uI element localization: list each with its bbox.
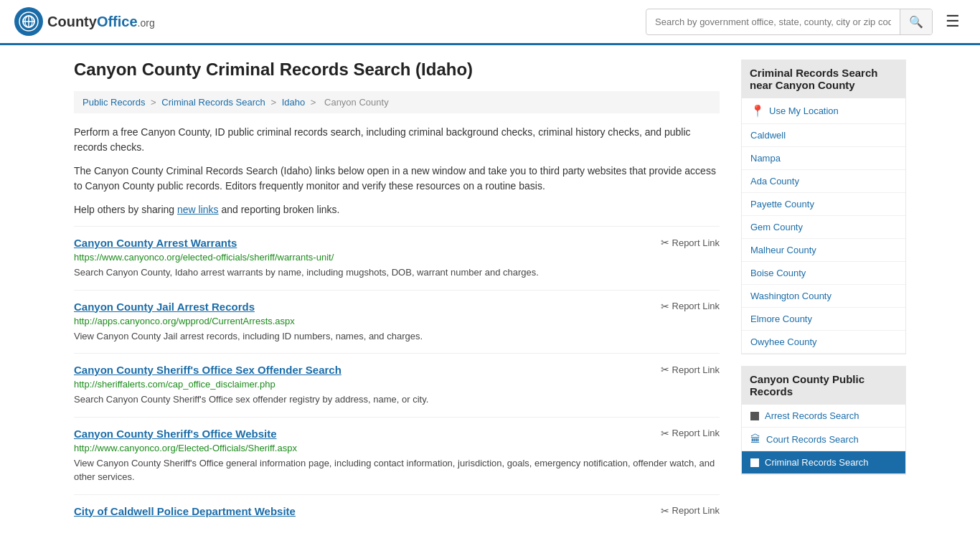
sidebar-item-nampa[interactable]: Nampa [742, 147, 905, 169]
logo-icon [14, 7, 43, 36]
description-2: The Canyon County Criminal Records Searc… [74, 164, 720, 194]
list-item: Boise County [742, 262, 905, 285]
list-item: 📍 Use My Location [742, 98, 905, 124]
breadcrumb: Public Records > Criminal Records Search… [74, 91, 720, 113]
breadcrumb-criminal-records[interactable]: Criminal Records Search [161, 97, 265, 108]
sidebar-item-ada-county[interactable]: Ada County [742, 170, 905, 192]
records-list: Canyon County Arrest Warrants ✂ Report L… [74, 226, 720, 530]
record-header-2: Canyon County Sheriff's Office Sex Offen… [74, 364, 720, 376]
list-item: Criminal Records Search [742, 451, 905, 474]
scissors-icon-3: ✂ [661, 428, 669, 439]
list-item: Nampa [742, 147, 905, 170]
list-item: Ada County [742, 170, 905, 193]
sidebar-item-boise-county[interactable]: Boise County [742, 262, 905, 284]
table-row: Canyon County Arrest Warrants ✂ Report L… [74, 226, 720, 290]
sidebar-public-records-list: Arrest Records Search 🏛 Court Records Se… [741, 405, 906, 475]
description-3: Help others by sharing new links and rep… [74, 202, 720, 217]
page-title: Canyon County Criminal Records Search (I… [74, 60, 720, 80]
report-link-0[interactable]: ✂ Report Link [661, 237, 720, 248]
breadcrumb-sep-3: > [311, 97, 319, 108]
scissors-icon-4: ✂ [661, 505, 669, 517]
scissors-icon-1: ✂ [661, 301, 669, 312]
table-row: City of Caldwell Police Department Websi… [74, 494, 720, 530]
search-input[interactable] [646, 11, 900, 33]
content-area: Canyon County Criminal Records Search (I… [74, 60, 720, 530]
record-title-4[interactable]: City of Caldwell Police Department Websi… [74, 505, 296, 517]
breadcrumb-idaho[interactable]: Idaho [282, 97, 306, 108]
sidebar-item-elmore-county[interactable]: Elmore County [742, 308, 905, 330]
breadcrumb-sep-2: > [270, 97, 278, 108]
sidebar-item-gem-county[interactable]: Gem County [742, 216, 905, 238]
record-header-4: City of Caldwell Police Department Websi… [74, 505, 720, 517]
table-row: Canyon County Jail Arrest Records ✂ Repo… [74, 290, 720, 354]
description-3-post: and reporting broken links. [219, 204, 340, 215]
breadcrumb-public-records[interactable]: Public Records [83, 97, 145, 108]
header-right: 🔍 ☰ [646, 9, 966, 35]
description-3-pre: Help others by sharing [74, 204, 177, 215]
building-icon: 🏛 [750, 433, 760, 445]
sidebar-nearby-list: 📍 Use My Location Caldwell Nampa Ada Cou… [741, 98, 906, 354]
record-desc-2: Search Canyon County Sheriff's Office se… [74, 392, 720, 407]
header: CountyOffice.org 🔍 ☰ [0, 0, 980, 45]
list-item: Elmore County [742, 308, 905, 331]
report-link-3[interactable]: ✂ Report Link [661, 428, 720, 439]
table-row: Canyon County Sheriff's Office Website ✂… [74, 417, 720, 494]
list-item: Gem County [742, 216, 905, 239]
menu-button[interactable]: ☰ [940, 9, 966, 34]
main-container: Canyon County Criminal Records Search (I… [60, 45, 920, 545]
search-bar: 🔍 [646, 9, 933, 35]
sidebar-criminal-records[interactable]: Criminal Records Search [742, 451, 905, 474]
report-link-2[interactable]: ✂ Report Link [661, 364, 720, 375]
sidebar-court-records[interactable]: 🏛 Court Records Search [742, 428, 905, 451]
location-pin-icon: 📍 [750, 104, 765, 118]
list-item: Owyhee County [742, 331, 905, 354]
record-url-1[interactable]: http://apps.canyonco.org/wpprod/CurrentA… [74, 316, 720, 326]
record-title-1[interactable]: Canyon County Jail Arrest Records [74, 301, 255, 313]
record-desc-0: Search Canyon County, Idaho arrest warra… [74, 265, 720, 280]
list-item: Payette County [742, 193, 905, 216]
list-item: Caldwell [742, 124, 905, 147]
logo-text: CountyOffice.org [47, 14, 155, 30]
record-title-2[interactable]: Canyon County Sheriff's Office Sex Offen… [74, 364, 341, 376]
record-desc-1: View Canyon County Jail arrest records, … [74, 329, 720, 344]
list-item: Malheur County [742, 239, 905, 262]
list-item: 🏛 Court Records Search [742, 428, 905, 451]
scissors-icon-2: ✂ [661, 364, 669, 375]
report-link-4[interactable]: ✂ Report Link [661, 505, 720, 517]
record-title-3[interactable]: Canyon County Sheriff's Office Website [74, 428, 277, 440]
search-button[interactable]: 🔍 [900, 9, 932, 34]
breadcrumb-sep-1: > [151, 97, 159, 108]
sidebar-arrest-records[interactable]: Arrest Records Search [742, 405, 905, 427]
record-header-3: Canyon County Sheriff's Office Website ✂… [74, 428, 720, 440]
sidebar-item-malheur-county[interactable]: Malheur County [742, 239, 905, 261]
sidebar-item-caldwell[interactable]: Caldwell [742, 124, 905, 146]
record-url-2[interactable]: http://sheriffalerts.com/cap_office_disc… [74, 379, 720, 390]
description-1: Perform a free Canyon County, ID public … [74, 125, 720, 155]
sidebar-public-records-title: Canyon County Public Records [741, 366, 906, 405]
record-url-3[interactable]: http://www.canyonco.org/Elected-Official… [74, 443, 720, 453]
sidebar-use-location[interactable]: 📍 Use My Location [742, 98, 905, 123]
square-icon-active [750, 458, 759, 467]
table-row: Canyon County Sheriff's Office Sex Offen… [74, 353, 720, 417]
sidebar-nearby-section: Criminal Records Search near Canyon Coun… [741, 60, 906, 354]
record-header-0: Canyon County Arrest Warrants ✂ Report L… [74, 237, 720, 249]
breadcrumb-canyon-county: Canyon County [324, 97, 389, 108]
list-item: Washington County [742, 285, 905, 308]
sidebar-public-records-section: Canyon County Public Records Arrest Reco… [741, 366, 906, 475]
sidebar-item-payette-county[interactable]: Payette County [742, 193, 905, 215]
scissors-icon-0: ✂ [661, 237, 669, 248]
sidebar-nearby-title: Criminal Records Search near Canyon Coun… [741, 60, 906, 98]
sidebar-item-owyhee-county[interactable]: Owyhee County [742, 331, 905, 353]
record-desc-3: View Canyon County Sheriff's Office gene… [74, 456, 720, 484]
record-url-0[interactable]: https://www.canyonco.org/elected-officia… [74, 252, 720, 263]
sidebar: Criminal Records Search near Canyon Coun… [741, 60, 906, 530]
sidebar-item-washington-county[interactable]: Washington County [742, 285, 905, 307]
logo-area: CountyOffice.org [14, 7, 155, 36]
new-links-link[interactable]: new links [177, 204, 219, 215]
report-link-1[interactable]: ✂ Report Link [661, 301, 720, 312]
list-item: Arrest Records Search [742, 405, 905, 428]
record-title-0[interactable]: Canyon County Arrest Warrants [74, 237, 237, 249]
record-header-1: Canyon County Jail Arrest Records ✂ Repo… [74, 301, 720, 313]
square-icon [750, 412, 759, 420]
